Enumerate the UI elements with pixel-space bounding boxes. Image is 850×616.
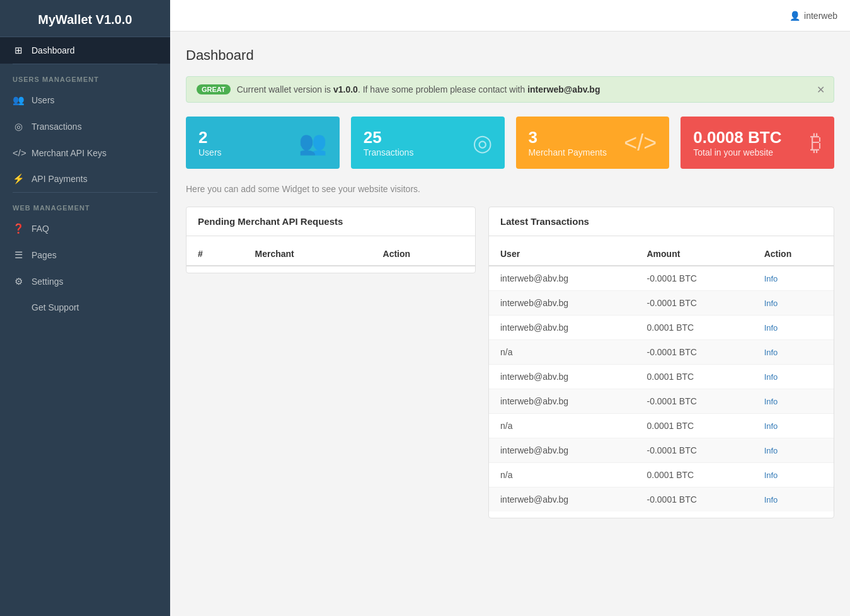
stat-btc-icon: ₿ xyxy=(810,130,822,156)
alert-badge: GREAT xyxy=(197,84,231,94)
sidebar-label-transactions: Transactions xyxy=(32,122,82,132)
tx-info-link[interactable]: Info xyxy=(764,397,778,406)
tx-info-link[interactable]: Info xyxy=(764,495,778,505)
alert-text: Current wallet version is v1.0.0. If hav… xyxy=(237,84,600,94)
table-row: interweb@abv.bg -0.0001 BTC Info xyxy=(489,291,834,316)
sidebar: MyWallet V1.0.0 ⊞ Dashboard Users Manage… xyxy=(0,0,170,616)
tx-info-link[interactable]: Info xyxy=(764,471,778,480)
pages-icon: ☰ xyxy=(13,249,24,261)
pending-col-merchant: Merchant xyxy=(244,242,372,266)
sidebar-item-transactions[interactable]: ◎ Transactions xyxy=(0,113,170,140)
alert-version: v1.0.0 xyxy=(333,84,358,94)
tx-info-link[interactable]: Info xyxy=(764,299,778,308)
api-payments-icon: ⚡ xyxy=(13,173,24,185)
stat-card-transactions[interactable]: 25 Transactions ◎ xyxy=(351,117,505,169)
alert-email: interweb@abv.bg xyxy=(527,84,600,94)
topbar-user: 👤 interweb xyxy=(790,11,837,21)
tx-amount: -0.0001 BTC xyxy=(636,488,753,512)
pending-col-hash: # xyxy=(187,242,244,266)
transactions-table-body: interweb@abv.bg -0.0001 BTC Info interwe… xyxy=(489,266,834,511)
table-row: interweb@abv.bg -0.0001 BTC Info xyxy=(489,389,834,414)
sidebar-label-merchant-api-keys: Merchant API Keys xyxy=(32,148,106,158)
stat-users-icon: 👥 xyxy=(299,130,327,156)
pending-panel-body: # Merchant Action xyxy=(187,236,475,273)
sidebar-item-get-support[interactable]: Get Support xyxy=(0,295,170,320)
sidebar-item-faq[interactable]: ❓ FAQ xyxy=(0,215,170,242)
tx-action: Info xyxy=(753,389,834,414)
tx-info-link[interactable]: Info xyxy=(764,446,778,455)
tx-info-link[interactable]: Info xyxy=(764,372,778,382)
table-row: n/a 0.0001 BTC Info xyxy=(489,463,834,488)
stat-merchant-content: 3 Merchant Payments xyxy=(529,128,607,157)
tx-amount: 0.0001 BTC xyxy=(636,316,753,340)
tx-amount: -0.0001 BTC xyxy=(636,291,753,316)
merchant-api-icon: </> xyxy=(13,147,24,158)
user-icon: 👤 xyxy=(790,11,800,21)
stat-transactions-label: Transactions xyxy=(364,147,414,157)
section-label-web-mgmt: Web Management xyxy=(0,193,170,215)
sidebar-item-pages[interactable]: ☰ Pages xyxy=(0,242,170,268)
tx-amount: -0.0001 BTC xyxy=(636,266,753,291)
main-content: Dashboard GREAT Current wallet version i… xyxy=(170,31,850,616)
table-row: interweb@abv.bg 0.0001 BTC Info xyxy=(489,365,834,389)
alert-close-button[interactable]: ✕ xyxy=(817,84,825,96)
section-label-users-mgmt: Users Management xyxy=(0,64,170,87)
faq-icon: ❓ xyxy=(13,223,24,234)
tx-action: Info xyxy=(753,340,834,365)
topbar: 👤 interweb xyxy=(170,0,850,31)
stat-card-merchant[interactable]: 3 Merchant Payments </> xyxy=(516,117,670,169)
stat-btc-number: 0.0008 BTC xyxy=(693,128,781,147)
tx-amount: -0.0001 BTC xyxy=(636,438,753,463)
users-icon: 👥 xyxy=(13,94,24,106)
tx-user: interweb@abv.bg xyxy=(489,488,636,512)
sidebar-item-settings[interactable]: ⚙ Settings xyxy=(0,268,170,295)
sidebar-label-dashboard: Dashboard xyxy=(32,45,75,55)
pending-panel-header: Pending Merchant API Requests xyxy=(187,207,475,236)
sidebar-label-get-support: Get Support xyxy=(32,302,79,312)
table-row: n/a -0.0001 BTC Info xyxy=(489,340,834,365)
tx-amount: 0.0001 BTC xyxy=(636,414,753,438)
transactions-icon: ◎ xyxy=(13,121,24,132)
stat-users-number: 2 xyxy=(198,128,222,147)
sidebar-item-api-payments[interactable]: ⚡ API Payments xyxy=(0,166,170,192)
tx-info-link[interactable]: Info xyxy=(764,421,778,431)
tx-amount: 0.0001 BTC xyxy=(636,365,753,389)
pending-panel: Pending Merchant API Requests # Merchant… xyxy=(186,207,476,273)
tx-col-user: User xyxy=(489,242,636,266)
tx-user: interweb@abv.bg xyxy=(489,365,636,389)
tx-col-action: Action xyxy=(753,242,834,266)
sidebar-item-merchant-api-keys[interactable]: </> Merchant API Keys xyxy=(0,140,170,166)
tx-amount: -0.0001 BTC xyxy=(636,389,753,414)
alert-banner: GREAT Current wallet version is v1.0.0. … xyxy=(186,76,834,103)
stat-transactions-content: 25 Transactions xyxy=(364,128,414,157)
stat-card-btc[interactable]: 0.0008 BTC Total in your website ₿ xyxy=(681,117,834,169)
sidebar-item-users[interactable]: 👥 Users xyxy=(0,87,170,113)
transactions-panel: Latest Transactions User Amount Action xyxy=(488,207,834,518)
tx-user: interweb@abv.bg xyxy=(489,438,636,463)
sidebar-label-api-payments: API Payments xyxy=(32,174,88,184)
pending-table-header-row: # Merchant Action xyxy=(187,242,475,266)
tx-col-amount: Amount xyxy=(636,242,753,266)
stat-merchant-icon: </> xyxy=(624,130,657,156)
tx-user: interweb@abv.bg xyxy=(489,316,636,340)
sidebar-label-pages: Pages xyxy=(32,250,57,260)
tx-user: interweb@abv.bg xyxy=(489,291,636,316)
stat-transactions-number: 25 xyxy=(364,128,414,147)
stat-btc-content: 0.0008 BTC Total in your website xyxy=(693,128,781,157)
transactions-panel-header: Latest Transactions xyxy=(489,207,834,236)
tx-info-link[interactable]: Info xyxy=(764,274,778,283)
settings-icon: ⚙ xyxy=(13,276,24,287)
pending-col-action: Action xyxy=(372,242,475,266)
sidebar-label-users: Users xyxy=(32,95,55,105)
stat-card-users[interactable]: 2 Users 👥 xyxy=(186,117,340,169)
page-title: Dashboard xyxy=(186,47,834,64)
sidebar-item-dashboard[interactable]: ⊞ Dashboard xyxy=(0,37,170,64)
tx-action: Info xyxy=(753,414,834,438)
tx-info-link[interactable]: Info xyxy=(764,348,778,357)
tx-user: interweb@abv.bg xyxy=(489,389,636,414)
tx-action: Info xyxy=(753,463,834,488)
stat-transactions-icon: ◎ xyxy=(473,130,492,156)
stat-btc-label: Total in your website xyxy=(693,147,781,157)
stats-row: 2 Users 👥 25 Transactions ◎ 3 Merchant P… xyxy=(186,117,834,169)
tx-info-link[interactable]: Info xyxy=(764,323,778,333)
